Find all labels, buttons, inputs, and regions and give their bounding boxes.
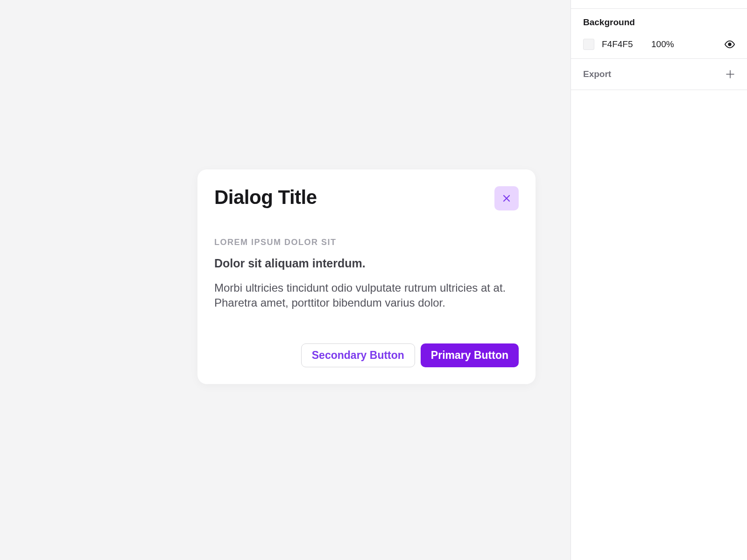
dialog-card: Dialog Title LOREM IPSUM DOLOR SIT Dolor… <box>197 169 536 384</box>
background-section: Background F4F4F5 100% <box>571 8 747 59</box>
canvas-area[interactable]: Dialog Title LOREM IPSUM DOLOR SIT Dolor… <box>0 0 571 560</box>
background-fill-row[interactable]: F4F4F5 100% <box>583 39 735 50</box>
visibility-toggle-icon[interactable] <box>725 39 735 49</box>
dialog-body-text: Morbi ultricies tincidunt odio vulputate… <box>214 280 519 311</box>
dialog-footer: Secondary Button Primary Button <box>214 343 519 367</box>
close-icon <box>502 194 511 203</box>
background-section-header: Background <box>583 17 735 28</box>
svg-point-2 <box>728 43 731 46</box>
dialog-header: Dialog Title <box>214 186 519 210</box>
color-opacity-value[interactable]: 100% <box>651 39 717 49</box>
dialog-title: Dialog Title <box>214 186 317 209</box>
secondary-button[interactable]: Secondary Button <box>301 343 415 367</box>
primary-button[interactable]: Primary Button <box>421 343 519 367</box>
export-section[interactable]: Export <box>571 59 747 90</box>
color-hex-value[interactable]: F4F4F5 <box>602 39 644 49</box>
dialog-subhead: Dolor sit aliquam interdum. <box>214 257 519 270</box>
dialog-eyebrow: LOREM IPSUM DOLOR SIT <box>214 238 519 247</box>
plus-icon[interactable] <box>726 70 735 79</box>
inspector-panel: Background F4F4F5 100% Export <box>571 0 747 560</box>
close-button[interactable] <box>494 186 519 210</box>
color-swatch[interactable] <box>583 39 594 50</box>
export-label: Export <box>583 69 611 79</box>
